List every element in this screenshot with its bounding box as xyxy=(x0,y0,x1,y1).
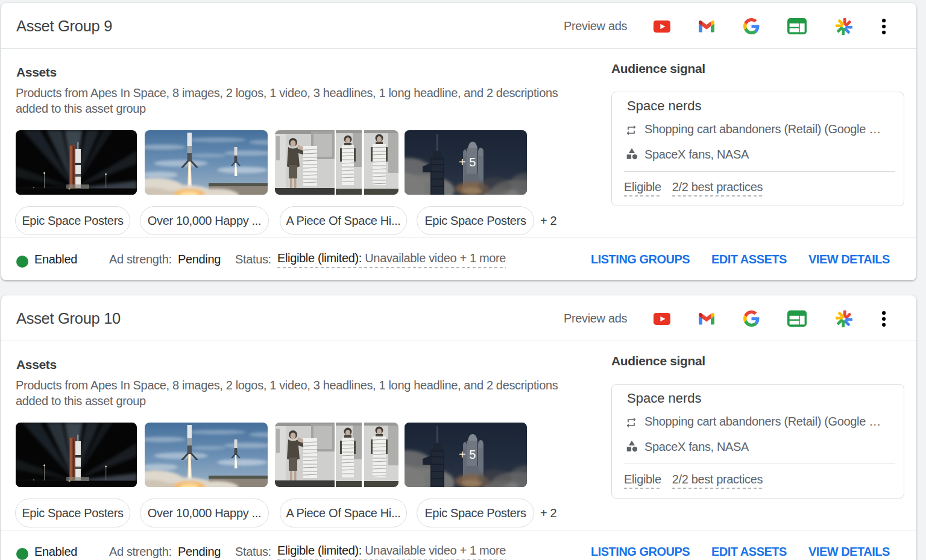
svg-text:+ 5: + 5 xyxy=(459,156,476,169)
svg-text:+ 5: + 5 xyxy=(459,448,476,461)
